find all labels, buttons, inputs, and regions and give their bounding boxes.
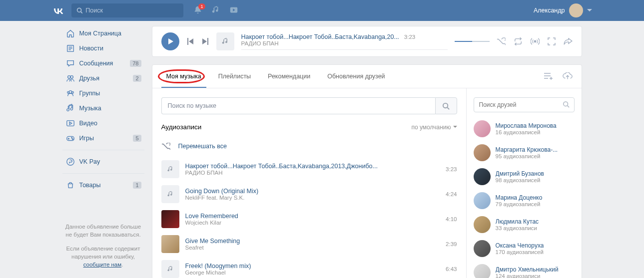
tab-friend-updates[interactable]: Обновления друзей <box>322 65 390 88</box>
svg-point-17 <box>72 139 73 140</box>
friend-row[interactable]: Маргарита Крюкова-...95 аудиозаписей <box>474 144 575 161</box>
friend-row[interactable]: Мирослава Миронова16 аудиозаписей <box>474 120 575 137</box>
profile-menu[interactable]: Александр <box>534 3 592 17</box>
nav-item-music[interactable]: Музыка <box>62 101 144 116</box>
friend-avatar <box>474 216 491 233</box>
nav-count: 5 <box>133 135 141 142</box>
svg-line-28 <box>567 106 569 108</box>
friend-row[interactable]: Людмила Кутас33 аудиозаписи <box>474 216 575 233</box>
friend-name: Маргарита Крюкова-... <box>496 146 558 153</box>
track-artwork <box>161 260 179 278</box>
nav-item-groups[interactable]: Группы <box>62 86 144 101</box>
tab-my-music[interactable]: Моя музыка <box>161 65 206 88</box>
tab-playlists[interactable]: Плейлисты <box>213 65 256 88</box>
current-track-title: Накроет тобой...Накроет Тобой..Баста,Kav… <box>241 33 399 40</box>
music-search-button[interactable] <box>435 97 457 114</box>
friend-track-count: 170 аудиозаписей <box>496 249 544 255</box>
tab-recommendations[interactable]: Рекомендации <box>263 65 315 88</box>
shuffle-all[interactable]: Перемешать все <box>161 141 457 157</box>
broadcast-icon[interactable] <box>531 37 540 45</box>
nav-item-goods[interactable]: Товары1 <box>62 178 144 193</box>
friend-row[interactable]: Дмитрий Бузанов98 аудиозаписей <box>474 168 575 185</box>
notifications-icon[interactable]: 1 <box>193 5 202 16</box>
track-title: Накроет тобой...Накроет Тобой..Баста,Kav… <box>185 163 440 170</box>
upload-icon[interactable] <box>563 72 573 80</box>
player-bar: Накроет тобой...Накроет Тобой..Баста,Kav… <box>152 26 582 57</box>
friend-name: Марина Доценко <box>496 194 543 201</box>
track-artwork <box>161 210 179 228</box>
friend-avatar <box>474 264 491 278</box>
global-search[interactable] <box>71 3 183 17</box>
track-artist: Wojciech Kilar <box>185 220 440 226</box>
friend-row[interactable]: Дмитро Хмельницький124 аудиозаписи <box>474 264 575 278</box>
share-icon[interactable] <box>564 38 573 45</box>
nav-count: 78 <box>130 60 141 67</box>
fullscreen-icon[interactable] <box>548 37 556 45</box>
tabs: Моя музыка Плейлисты Рекомендации Обновл… <box>152 65 582 88</box>
repeat-icon[interactable] <box>514 37 523 45</box>
nav-item-pay[interactable]: VK Pay <box>62 154 144 169</box>
track-duration: 2:39 <box>446 241 457 247</box>
nav-item-msg[interactable]: Сообщения78 <box>62 56 144 71</box>
friend-avatar <box>474 120 491 137</box>
prev-button[interactable] <box>186 38 194 45</box>
search-input[interactable] <box>85 7 178 14</box>
track-duration: 6:43 <box>446 266 457 272</box>
vk-logo[interactable] <box>52 5 64 16</box>
music-search-input[interactable] <box>161 97 435 114</box>
svg-point-27 <box>563 102 568 106</box>
track-row[interactable]: Freek! (Moogymen mix)George Michael6:43 <box>161 257 457 278</box>
friend-row[interactable]: Оксана Чепоруха170 аудиозаписей <box>474 240 575 257</box>
playlist-add-icon[interactable] <box>544 72 554 80</box>
friend-avatar <box>474 240 491 257</box>
svg-line-1 <box>80 11 82 13</box>
track-duration: 4:10 <box>446 216 457 222</box>
nav-item-friends[interactable]: Друзья2 <box>62 71 144 86</box>
ad-disclaimer: Данное объявление больше не будет Вам по… <box>62 223 144 269</box>
track-row[interactable]: Накроет тобой...Накроет Тобой..Баста,Kav… <box>161 157 457 182</box>
svg-point-10 <box>67 91 69 93</box>
track-title: Love Remembered <box>185 213 440 220</box>
nav-item-news[interactable]: Новости <box>62 41 144 56</box>
current-track-art <box>216 32 234 50</box>
svg-line-26 <box>447 107 449 109</box>
msg-icon <box>65 58 75 68</box>
chevron-down-icon <box>587 9 592 12</box>
notification-badge: 1 <box>198 3 205 9</box>
report-link[interactable]: сообщите нам <box>83 262 122 268</box>
sort-dropdown[interactable]: по умолчанию <box>411 124 457 131</box>
nav-count: 2 <box>133 75 141 82</box>
track-duration: 3:23 <box>446 166 457 172</box>
track-row[interactable]: Love RememberedWojciech Kilar4:10 <box>161 207 457 232</box>
friend-avatar <box>474 192 491 209</box>
svg-point-8 <box>70 76 73 78</box>
shuffle-icon[interactable] <box>497 37 506 45</box>
avatar <box>569 3 583 17</box>
track-artist: Seafret <box>185 245 440 251</box>
next-button[interactable] <box>201 38 209 45</box>
friend-name: Мирослава Миронова <box>496 122 557 129</box>
friend-row[interactable]: Марина Доценко79 аудиозаписей <box>474 192 575 209</box>
friend-name: Людмила Кутас <box>496 218 539 225</box>
news-icon <box>65 43 75 53</box>
svg-point-0 <box>77 8 81 12</box>
track-row[interactable]: Going Down (Original Mix)NekliFF feat. M… <box>161 182 457 207</box>
music-icon <box>65 103 75 113</box>
chevron-down-icon <box>453 126 457 128</box>
nav-item-games[interactable]: Игры5 <box>62 131 144 146</box>
music-player-icon[interactable] <box>211 5 220 16</box>
svg-point-25 <box>443 103 448 107</box>
play-button[interactable] <box>161 32 179 50</box>
friend-search-input[interactable] <box>474 97 575 112</box>
nav-item-home[interactable]: Моя Страница <box>62 26 144 41</box>
nav-item-video[interactable]: Видео <box>62 116 144 131</box>
friend-track-count: 124 аудиозаписи <box>496 273 559 278</box>
video-icon[interactable] <box>229 5 238 16</box>
user-name: Александр <box>534 7 565 14</box>
track-row[interactable]: Give Me SomethingSeafret2:39 <box>161 232 457 257</box>
svg-rect-12 <box>66 121 73 126</box>
volume-slider[interactable] <box>455 41 490 42</box>
goods-icon <box>65 180 75 190</box>
video-icon <box>65 118 75 128</box>
friend-avatar <box>474 168 491 185</box>
